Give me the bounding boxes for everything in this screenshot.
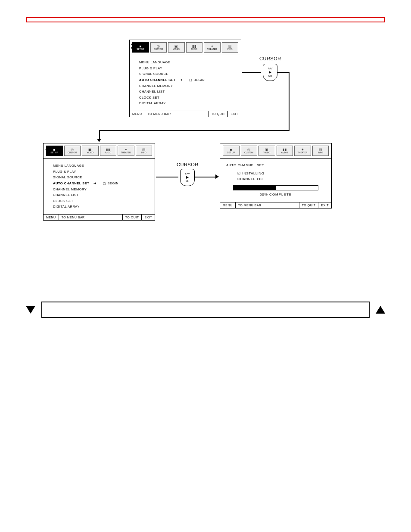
footer-to-menu-bar: TO MENU BAR — [59, 215, 123, 220]
page-nav-slot — [41, 302, 370, 318]
page-nav-prev-icon[interactable] — [26, 306, 35, 314]
menu-item-auto-channel[interactable]: AUTO CHANNEL SET➔BEGIN — [53, 180, 149, 187]
vertical-arrows-icon: ▲▼ — [129, 43, 135, 50]
cursor-right-button[interactable]: FAV ▶ CH — [180, 169, 195, 186]
panel-footer: MENU TO MENU BAR TO QUIT EXIT — [44, 214, 155, 220]
connector — [277, 72, 289, 73]
arrowhead-down-icon — [97, 139, 101, 142]
footer-exit: EXIT — [228, 111, 241, 117]
menu-item[interactable]: DIGITAL ARRAY — [53, 204, 149, 210]
menu-item[interactable]: CHANNEL LIST — [139, 89, 236, 95]
header-rule — [26, 17, 385, 22]
menu-item-auto-channel[interactable]: AUTO CHANNEL SET➔BEGIN — [139, 77, 236, 83]
progress-area: AUTO CHANNEL SET INSTALLING CHANNEL 110 … — [220, 159, 331, 202]
ch-label: CH — [268, 75, 272, 78]
installing-line: INSTALLING — [237, 171, 325, 177]
tab-info[interactable]: ▤INFO — [312, 146, 329, 156]
tab-theater[interactable]: ✦THEATER — [294, 146, 311, 156]
footer-exit: EXIT — [318, 202, 331, 208]
menu-item[interactable]: PLUG & PLAY — [53, 169, 149, 175]
menu-item[interactable]: CHANNEL LIST — [53, 192, 149, 198]
footer-menu: MENU — [44, 215, 59, 220]
tab-custom[interactable]: ◎CUSTOM — [150, 42, 167, 53]
tab-info[interactable]: ▤INFO — [136, 146, 153, 156]
cursor-right-button[interactable]: FAV ▶ CH — [263, 64, 277, 81]
tab-custom[interactable]: ◎CUSTOM — [241, 146, 258, 156]
tab-custom[interactable]: ◎CUSTOM — [64, 146, 81, 156]
connector — [242, 72, 261, 73]
menu-list: MENU LANGUAGE PLUG & PLAY SIGNAL SOURCE … — [44, 159, 155, 214]
diagram: ▲▼ ■SET UP ◎CUSTOM ▣VIDEO ▮▮AUDIO ✦THEAT… — [34, 40, 388, 242]
connector — [99, 130, 100, 140]
cursor-label: CURSOR — [177, 162, 199, 167]
fav-label: FAV — [268, 67, 273, 70]
begin-checkbox[interactable]: BEGIN — [189, 77, 205, 83]
tab-audio[interactable]: ▮▮AUDIO — [277, 146, 293, 156]
ch-label: CH — [186, 180, 190, 183]
play-right-icon: ▶ — [269, 70, 271, 75]
page-nav-next-icon[interactable] — [376, 306, 385, 314]
page: ▲▼ ■SET UP ◎CUSTOM ▣VIDEO ▮▮AUDIO ✦THEAT… — [0, 0, 411, 532]
tab-video[interactable]: ▣VIDEO — [82, 146, 99, 156]
tab-info[interactable]: ▤INFO — [222, 42, 239, 53]
connector — [99, 130, 290, 131]
play-right-icon: ▶ — [186, 175, 189, 180]
tab-video[interactable]: ▣VIDEO — [258, 146, 275, 156]
progress-bar — [233, 185, 318, 190]
menu-item[interactable]: CHANNEL MEMORY — [139, 83, 236, 89]
menu-item[interactable]: SIGNAL SOURCE — [53, 174, 149, 180]
right-arrow-icon: ➔ — [180, 77, 183, 83]
menu-item[interactable]: MENU LANGUAGE — [53, 163, 149, 169]
menu-item[interactable]: CHANNEL MEMORY — [53, 187, 149, 193]
footer-menu: MENU — [220, 202, 236, 208]
page-nav-row — [26, 302, 385, 318]
tab-audio[interactable]: ▮▮AUDIO — [100, 146, 117, 156]
footer-to-quit: TO QUIT — [299, 202, 319, 208]
check-icon — [237, 171, 243, 175]
osd-panel-begin-highlighted: ◀▶ ■SET UP ◎CUSTOM ▣VIDEO ▮▮AUDIO ✦THEAT… — [43, 143, 155, 221]
menu-item[interactable]: PLUG & PLAY — [139, 65, 236, 72]
connector — [289, 72, 290, 131]
tab-row: ▲▼ ■SET UP ◎CUSTOM ▣VIDEO ▮▮AUDIO ✦THEAT… — [130, 40, 241, 55]
begin-checkbox[interactable]: BEGIN — [103, 180, 118, 187]
osd-panel-setup-selected: ▲▼ ■SET UP ◎CUSTOM ▣VIDEO ▮▮AUDIO ✦THEAT… — [129, 40, 241, 117]
footer-menu: MENU — [130, 111, 145, 117]
panel-footer: MENU TO MENU BAR TO QUIT EXIT — [220, 202, 331, 208]
cursor-label: CURSOR — [259, 56, 281, 61]
footer-to-quit: TO QUIT — [209, 111, 228, 117]
tab-video[interactable]: ▣VIDEO — [168, 42, 185, 53]
menu-item[interactable]: CLOCK SET — [53, 198, 149, 204]
connector — [195, 177, 215, 177]
right-arrow-icon: ➔ — [93, 180, 97, 187]
progress-bar-fill — [234, 186, 276, 190]
footer-to-menu-bar: TO MENU BAR — [236, 202, 299, 208]
connector — [156, 177, 178, 177]
panel-footer: MENU TO MENU BAR TO QUIT EXIT — [130, 111, 241, 117]
progress-title: AUTO CHANNEL SET — [226, 163, 325, 168]
percent-complete: 50% COMPLETE — [226, 192, 325, 198]
footer-exit: EXIT — [142, 215, 155, 220]
tab-row: ◀▶ ■SET UP ◎CUSTOM ▣VIDEO ▮▮AUDIO ✦THEAT… — [44, 143, 155, 159]
menu-item[interactable]: DIGITAL ARRAY — [139, 100, 236, 106]
channel-line: CHANNEL 110 — [237, 177, 325, 182]
tab-theater[interactable]: ✦THEATER — [118, 146, 134, 156]
tab-row: ■SET UP ◎CUSTOM ▣VIDEO ▮▮AUDIO ✦THEATER … — [220, 143, 331, 159]
tab-setup[interactable]: ■SET UP — [223, 146, 240, 156]
footer-to-menu-bar: TO MENU BAR — [145, 111, 209, 117]
fav-label: FAV — [185, 172, 190, 175]
footer-to-quit: TO QUIT — [123, 215, 142, 220]
tab-theater[interactable]: ✦THEATER — [204, 42, 221, 53]
osd-panel-progress: ■SET UP ◎CUSTOM ▣VIDEO ▮▮AUDIO ✦THEATER … — [220, 143, 332, 208]
menu-item[interactable]: MENU LANGUAGE — [139, 59, 236, 65]
arrowhead-right-icon — [215, 174, 219, 179]
tab-audio[interactable]: ▮▮AUDIO — [186, 42, 203, 53]
menu-list: MENU LANGUAGE PLUG & PLAY SIGNAL SOURCE … — [130, 55, 241, 111]
menu-item[interactable]: SIGNAL SOURCE — [139, 71, 236, 77]
menu-item[interactable]: CLOCK SET — [139, 95, 236, 101]
horizontal-arrows-icon: ◀▶ — [45, 148, 51, 151]
